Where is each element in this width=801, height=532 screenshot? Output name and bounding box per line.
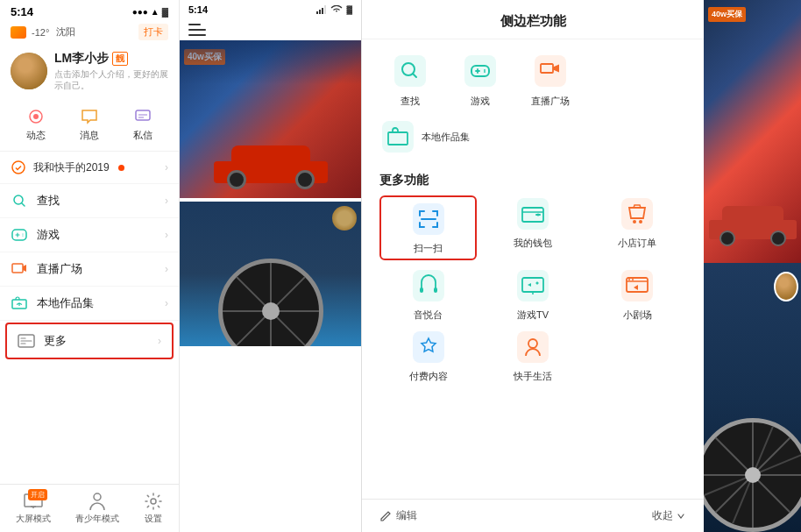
feature-life[interactable]: 快手生活 [484, 329, 581, 383]
phone-menu-button[interactable] [180, 19, 361, 40]
right-expanded-sidebar: 侧边栏功能 查找 [362, 0, 704, 532]
game-label: 游戏 [37, 227, 60, 243]
dynamic-btn[interactable]: 动态 [26, 107, 46, 142]
avatar [11, 53, 47, 89]
menu-item-more[interactable]: 更多 › [5, 323, 174, 359]
svg-rect-6 [12, 264, 23, 273]
teen-btn[interactable]: 青少年模式 [75, 492, 119, 525]
feature-scan-icon [410, 201, 447, 238]
wifi-icon [330, 5, 343, 14]
feature-paid[interactable]: 付费内容 [379, 329, 477, 383]
profile-section[interactable]: LM李小步 靓 点击添加个人介绍，更好的展示自己。 [0, 44, 179, 100]
phone-status-icons: ▓ [316, 5, 352, 14]
menu-section: 我和快手的2019 › 查找 › [0, 152, 179, 484]
message-btn[interactable]: 消息 [80, 107, 99, 142]
local-label: 本地作品集 [37, 295, 94, 311]
dm-label: 私信 [133, 129, 152, 142]
feature-live-icon [532, 53, 569, 89]
svg-point-38 [628, 279, 630, 280]
svg-rect-16 [394, 55, 426, 87]
dm-btn[interactable]: 私信 [133, 107, 152, 142]
feature-live[interactable]: 直播广场 [520, 53, 581, 108]
feature-game[interactable]: 游戏 [450, 53, 511, 108]
user-avatar-overlay [774, 272, 798, 301]
teen-icon [88, 492, 107, 511]
more-icon [18, 332, 35, 350]
feature-live-label: 直播广场 [531, 95, 570, 108]
temperature: -12° [32, 27, 49, 38]
menu-item-game[interactable]: 游戏 › [0, 218, 179, 252]
right-footer: 编辑 收起 [362, 499, 704, 532]
hamburger-icon [188, 24, 206, 36]
top-features-section: 查找 游戏 [362, 39, 704, 164]
collapse-button[interactable]: 收起 [652, 508, 686, 523]
collapse-label: 收起 [652, 508, 673, 523]
dynamic-label: 动态 [26, 129, 46, 142]
svg-rect-13 [319, 10, 321, 14]
wheel-video-thumb [180, 202, 361, 346]
svg-rect-41 [517, 331, 549, 363]
highlight-arrow: › [165, 161, 168, 174]
svg-rect-33 [434, 287, 437, 293]
more-features-divider: 更多功能 [362, 164, 704, 195]
more-features-grid: 扫一扫 我的钱包 [362, 195, 704, 392]
feature-audio-icon [410, 267, 447, 304]
city: 沈阳 [56, 25, 75, 39]
feature-local[interactable]: 本地作品集 [379, 118, 686, 155]
bigscreen-label: 大屏模式 [16, 513, 51, 525]
svg-rect-28 [621, 198, 653, 230]
menu-item-search[interactable]: 查找 › [0, 184, 179, 218]
svg-rect-32 [420, 287, 423, 293]
more-arrow: › [158, 335, 161, 347]
collapse-arrow-icon [676, 511, 686, 521]
left-sidebar: 5:14 ●●● ▲ ▓ -12° 沈阳 打卡 LM李小步 靓 点击添加个人介绍… [0, 0, 180, 532]
video-text-overlay: 40w买保 [708, 7, 746, 22]
menu-item-live[interactable]: 直播广场 › [0, 252, 179, 287]
feature-scan[interactable]: 扫一扫 [379, 195, 477, 260]
edit-label: 编辑 [396, 508, 417, 523]
quick-actions: 动态 消息 私信 [0, 100, 179, 152]
weather-bar: -12° 沈阳 [11, 25, 75, 39]
feature-shop-label: 小店订单 [618, 237, 656, 250]
local-arrow: › [165, 297, 168, 309]
menu-item-local[interactable]: 本地作品集 › [0, 287, 179, 321]
search-icon [11, 192, 28, 209]
highlight-dot [118, 165, 124, 171]
feature-wallet[interactable]: 我的钱包 [484, 195, 581, 260]
local-icon [11, 294, 28, 312]
feature-drama[interactable]: 小剧场 [589, 267, 686, 322]
highlight-text: 我和快手的2019 [33, 160, 110, 175]
wheel-graphic [704, 418, 801, 532]
svg-point-30 [639, 220, 642, 223]
svg-point-29 [633, 220, 636, 223]
edit-button[interactable]: 编辑 [379, 508, 417, 523]
feature-audio[interactable]: 音悦台 [379, 267, 477, 322]
feature-gametv[interactable]: 游戏TV [484, 267, 581, 322]
feature-game-icon [462, 53, 499, 89]
more-features-title: 更多功能 [379, 173, 429, 188]
svg-point-10 [94, 493, 101, 500]
feature-shop[interactable]: 小店订单 [589, 195, 686, 260]
live-arrow: › [165, 263, 168, 275]
feature-local-icon [379, 118, 416, 155]
battery-icon: ▓ [162, 7, 168, 17]
middle-phone-panel: 5:14 ▓ 40w买保 [180, 0, 362, 532]
time-display: 5:14 [11, 5, 33, 18]
menu-highlight-item[interactable]: 我和快手的2019 › [0, 152, 179, 184]
checkin-btn[interactable]: 打卡 [138, 24, 168, 40]
feature-gametv-icon [514, 267, 551, 304]
svg-rect-12 [316, 11, 318, 14]
dynamic-icon [26, 107, 46, 126]
settings-btn[interactable]: 设置 [144, 492, 163, 525]
status-icons: ●●● ▲ ▓ [132, 7, 168, 17]
bigscreen-btn[interactable]: 开启 大屏模式 [16, 492, 51, 525]
status-bar: 5:14 ●●● ▲ ▓ [0, 0, 179, 22]
phone-video-content: 40w买保 [180, 40, 361, 527]
svg-rect-40 [413, 331, 444, 363]
game-icon [11, 226, 28, 244]
game-arrow: › [165, 229, 168, 241]
teen-label: 青少年模式 [75, 513, 119, 525]
more-label: 更多 [44, 333, 67, 349]
feature-search[interactable]: 查找 [379, 53, 441, 108]
feature-life-label: 快手生活 [514, 370, 552, 383]
